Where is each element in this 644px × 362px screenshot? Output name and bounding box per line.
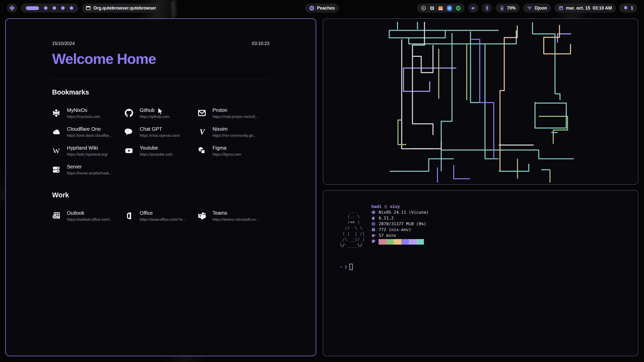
palette-swatch	[386, 239, 394, 245]
files-tray-icon[interactable]	[438, 6, 443, 11]
spotify-icon	[309, 6, 314, 11]
bell-icon	[623, 6, 628, 11]
shell-prompt[interactable]: ~ ❯	[340, 264, 638, 270]
volume-button[interactable]	[468, 4, 478, 13]
fastfetch-info: hadi@nixy NixOS 24.11 (Vicuna)6.11.22870…	[371, 204, 429, 248]
nix-icon	[371, 210, 376, 214]
wifi-icon	[527, 6, 532, 11]
bookmark-name: MyNixOs	[67, 107, 100, 113]
bookmark-url: https://home.anotherhadi....	[67, 171, 113, 175]
pipes-terminal-window[interactable]	[323, 18, 638, 185]
spotify-tray-icon[interactable]	[456, 6, 461, 11]
bookmark-url: https://chat.openai.com/	[140, 133, 180, 138]
bluetooth-button[interactable]	[482, 4, 492, 13]
qutebrowser-window[interactable]: 15/10/2024 03:10:23 Welcome Home Bookmar…	[5, 18, 316, 356]
bookmark-mynixos[interactable]: MyNixOs https://mynixos.com	[52, 107, 124, 119]
fastfetch-user: hadi	[371, 204, 381, 209]
hand-icon	[371, 216, 376, 220]
network-pill[interactable]: Djoon	[523, 4, 551, 13]
nix-logo-button[interactable]	[7, 4, 17, 13]
workspace-2[interactable]	[44, 6, 48, 10]
bookmark-name: Proton	[213, 107, 258, 113]
bookmark-url: https://nix-community.git...	[213, 133, 256, 138]
mail-icon	[198, 109, 206, 117]
section-heading: Work	[52, 191, 269, 199]
bookmark-server[interactable]: Server https://home.anotherhadi....	[52, 164, 124, 175]
palette-swatch	[394, 239, 401, 245]
nixvim-icon	[198, 128, 206, 136]
bookmark-grid: Outlook https://outlook.office.com/... O…	[52, 210, 269, 221]
fastfetch-row: 772 (nix-env)	[371, 227, 429, 233]
clock-pill[interactable]: mar. oct. 15 03:10 AM	[554, 4, 616, 13]
bookmark-chat-gpt[interactable]: Chat GPT https://chat.openai.com/	[125, 126, 196, 138]
calendar-icon	[558, 6, 564, 11]
nix-icon	[52, 109, 60, 117]
bookmark-url: https://github.com	[140, 114, 169, 119]
bookmark-name: Hyprland Wiki	[67, 145, 108, 151]
bookmark-name: Teams	[213, 210, 259, 216]
webcam-tray-icon[interactable]	[421, 6, 426, 11]
active-window-title: Org.qutebrowser.qutebrowser	[93, 6, 156, 11]
box-icon	[371, 228, 376, 232]
bookmark-name: Chat GPT	[140, 126, 180, 132]
bookmark-grid: MyNixOs https://mynixos.com Github https…	[52, 107, 269, 175]
bookmark-name: Nixvim	[213, 126, 256, 132]
battery-pill[interactable]: 70%	[496, 4, 520, 13]
notification-count: 1	[631, 6, 633, 11]
bookmark-teams[interactable]: Teams https://teams.microsoft.co...	[198, 210, 269, 221]
battery-icon	[500, 6, 504, 11]
terminal-window[interactable]: ___ (.. \ (<> | // \ \ ( | | /| _/\ __)/…	[323, 190, 638, 356]
workspace-3[interactable]	[53, 6, 56, 10]
palette-swatch	[409, 239, 416, 245]
bookmark-url: https://mynixos.com	[67, 114, 100, 119]
fastfetch-row: 6.11.2	[371, 215, 429, 221]
system-tray[interactable]	[417, 4, 465, 13]
bookmark-figma[interactable]: Figma https://figma.com	[198, 145, 269, 156]
bookmark-outlook[interactable]: Outlook https://outlook.office.com/...	[52, 210, 124, 221]
section-heading: Bookmarks	[52, 88, 269, 96]
bookmark-name: Office	[140, 210, 185, 216]
divider	[52, 79, 269, 79]
workspace-indicator[interactable]	[21, 4, 78, 13]
bookmark-url: https://www.office.com/?a...	[140, 217, 185, 221]
teams-icon	[198, 212, 206, 220]
network-ssid: Djoon	[535, 6, 547, 11]
palette-swatch	[379, 239, 386, 245]
bluetooth-tray-icon[interactable]	[447, 5, 452, 11]
wikipedia-icon	[52, 147, 60, 155]
prompt-cwd: ~	[340, 264, 342, 270]
bookmark-url: https://figma.com	[213, 152, 241, 156]
chat-icon	[125, 128, 133, 136]
page-title: Welcome Home	[52, 50, 269, 67]
workspace-1[interactable]	[26, 6, 39, 10]
workspace-4[interactable]	[61, 6, 65, 10]
media-player-pill[interactable]: Peaches	[305, 4, 339, 13]
bookmark-proton[interactable]: Proton https://mail.proton.me/u/0...	[198, 107, 269, 119]
workspace-5[interactable]	[70, 6, 73, 10]
bookmark-name: Server	[67, 164, 113, 170]
bookmark-youtube[interactable]: Youtube https://youtube.com	[125, 145, 196, 156]
bookmark-github[interactable]: Github https://github.com	[125, 107, 196, 119]
bookmark-name: Github	[140, 107, 169, 113]
chip-icon	[371, 222, 376, 226]
bookmark-office[interactable]: Office https://www.office.com/?a...	[125, 210, 196, 221]
speaker-icon	[471, 6, 476, 11]
outlook-icon	[52, 212, 60, 220]
bookmark-hyprland-wiki[interactable]: Hyprland Wiki https://wiki.hyprland.org/	[52, 145, 124, 156]
clock-time: 03:10 AM	[593, 6, 612, 11]
terminal-cursor	[349, 264, 353, 270]
battery-percentage: 70%	[507, 6, 516, 11]
bookmark-cloudflare-one[interactable]: Cloudflare One https://one.dash.cloudfla…	[52, 126, 124, 138]
palette-swatch	[416, 239, 424, 245]
bookmark-name: Cloudflare One	[67, 126, 112, 132]
keyboard-tray-icon[interactable]	[429, 6, 435, 11]
bookmark-section: Bookmarks MyNixOs https://mynixos.com Gi…	[52, 88, 269, 175]
notifications-pill[interactable]: 1	[619, 4, 637, 13]
bookmark-nixvim[interactable]: Nixvim https://nix-community.git...	[198, 126, 269, 138]
office-icon	[125, 212, 133, 220]
server-icon	[52, 165, 60, 174]
bookmark-url: https://teams.microsoft.co...	[213, 217, 259, 221]
startpage-time: 03:10:23	[252, 41, 269, 46]
bookmark-url: https://wiki.hyprland.org/	[67, 152, 108, 156]
active-window-pill[interactable]: Org.qutebrowser.qutebrowser	[82, 4, 160, 13]
